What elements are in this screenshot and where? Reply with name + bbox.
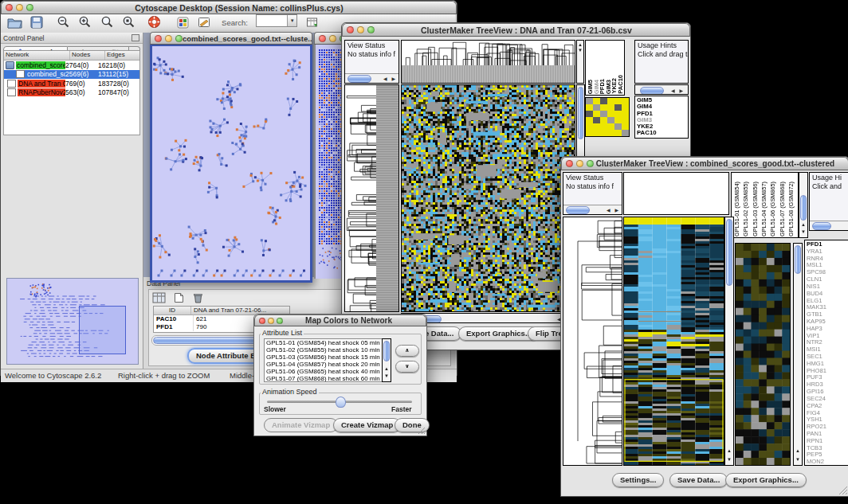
attribute-list-item[interactable]: GPL51-02 (GSM855) heat shock 10 min [265,346,383,354]
matrix-cell[interactable] [607,104,614,111]
window-controls[interactable] [347,26,375,33]
scroll-arrows[interactable]: ◀ ▶ [607,207,620,213]
attribute-list-item[interactable]: GPL51-01 (GSM854) heat shock 05 min [265,339,383,346]
annotation-icon[interactable] [198,17,210,32]
scroll-thumb[interactable] [578,87,583,139]
matrix-cell[interactable] [607,111,614,117]
float-panel-icon[interactable] [132,34,139,41]
matrix-cell[interactable] [593,130,600,136]
matrix-cell[interactable] [614,111,622,117]
zoom-fit-icon[interactable] [100,15,114,32]
save-session-icon[interactable] [30,16,43,32]
matrix-cell[interactable] [593,98,600,104]
matrix-cell[interactable] [622,98,629,104]
minimize-icon[interactable] [576,160,583,167]
delete-attribute-icon[interactable] [193,292,203,307]
attribute-list-scrollbar[interactable]: ▲ ▼ [382,338,391,382]
network-table-row[interactable]: RNAPuberNov2+!563(0)107847(0) [4,88,139,98]
tv2-button-settings-[interactable]: Settings... [612,473,664,487]
scroll-thumb[interactable] [800,195,807,221]
window-controls[interactable] [155,35,183,42]
scroll-up-arrow[interactable]: ▲ [799,222,807,228]
zoom-window-icon[interactable] [26,4,33,11]
minimize-icon[interactable] [357,26,364,33]
attribute-list-item[interactable]: GPL51-06 (GSM865) heat shock 40 min [265,368,383,375]
new-attribute-icon[interactable] [174,292,184,307]
attribute-list-item[interactable]: GPL51-04 (GSM857) heat shock 20 min [265,361,383,368]
matrix-cell[interactable] [607,98,614,104]
zoom-in-icon[interactable] [78,15,92,32]
tv1-column-dendrogram[interactable] [401,40,575,84]
treeview1-titlebar[interactable]: ClusterMaker TreeView : DNA and Tran 07-… [342,23,690,37]
tv2-zoom-scrollbar[interactable]: ▲ ▼ [793,243,803,466]
matrix-cell[interactable] [614,104,622,111]
window-controls[interactable] [6,4,33,11]
scroll-thumb[interactable] [795,245,801,274]
move-up-button[interactable]: ∧ [395,345,419,357]
scroll-down-arrow[interactable]: ▼ [577,48,583,53]
attribute-list-item[interactable]: GPL51-03 (GSM856) heat shock 15 min [265,354,383,361]
zoom-selected-icon[interactable] [122,15,135,32]
close-icon[interactable] [6,4,13,11]
open-session-icon[interactable] [7,16,22,32]
matrix-cell[interactable] [622,130,629,136]
scroll-down-arrow[interactable]: ▼ [725,457,733,463]
tv2-zoom-heatmap[interactable] [735,243,791,466]
tv2-heatmap-vscrollbar[interactable]: ▲ ▼ [724,217,734,466]
animation-speed-slider[interactable] [267,400,412,403]
zoom-out-icon[interactable] [57,15,70,32]
matrix-cell[interactable] [622,104,629,111]
zoom-window-icon[interactable] [587,160,594,167]
dialog-button-animate-vizmap[interactable]: Animate Vizmap [264,418,338,432]
close-icon[interactable] [319,35,326,42]
minimize-icon[interactable] [268,318,274,324]
scroll-up-arrow[interactable]: ▲ [383,366,391,372]
tv2-column-label[interactable]: GPL51-03 (GSM856) [752,182,759,236]
matrix-cell[interactable] [622,123,629,130]
minimize-icon[interactable] [16,4,23,11]
minimize-icon[interactable] [165,35,172,42]
matrix-cell[interactable] [586,104,593,111]
main-title-bar[interactable]: Cytoscape Desktop (Session Name: collins… [1,1,457,14]
matrix-cell[interactable] [614,123,622,130]
tv2-column-label[interactable]: GPL51-04 (GSM857) [761,182,768,236]
network-canvas[interactable] [152,46,310,280]
window-controls[interactable] [259,318,283,324]
tv1-zoom-matrix[interactable] [585,97,630,137]
tv2-column-label[interactable]: GPL51-02 (GSM855) [743,182,749,236]
matrix-cell[interactable] [600,111,607,117]
scroll-down-arrow[interactable]: ▼ [799,229,807,235]
tv2-column-label[interactable]: GPL51-08 (GSM872) [788,182,795,236]
import-table-icon[interactable] [306,17,319,32]
scroll-thumb[interactable] [566,206,590,214]
tv1-label-scroll-strip[interactable]: ▲ ▼ [576,40,584,84]
matrix-cell[interactable] [600,117,607,123]
scroll-thumb[interactable] [726,219,732,286]
scroll-up-arrow[interactable]: ▲ [577,42,583,48]
zoom-window-icon[interactable] [175,35,183,42]
tv2-usage-scrollbar[interactable] [810,221,848,230]
dialog-button-create-vizmap[interactable]: Create Vizmap [333,418,401,432]
zoom-window-icon[interactable] [367,26,375,33]
dialog-titlebar[interactable]: Map Colors to Network [254,315,426,326]
scroll-down-arrow[interactable]: ▼ [794,457,802,463]
matrix-cell[interactable] [586,98,593,104]
matrix-cell[interactable] [600,104,607,111]
matrix-cell[interactable] [586,111,593,117]
vizmapper-icon[interactable] [177,17,189,32]
tv1-column-label[interactable]: PAC10 [618,75,624,94]
dp-header-id[interactable]: ID [154,307,191,315]
scroll-thumb[interactable] [383,341,390,361]
zoom-window-icon[interactable] [277,318,283,324]
tv2-row-dendrogram[interactable] [563,217,622,466]
attribute-list-item[interactable]: GPL51-07 (GSM868) heat shock 60 min [265,375,383,382]
close-icon[interactable] [347,26,354,33]
tv2-column-label[interactable]: GPL51-06 (GSM865) [770,182,776,236]
matrix-cell[interactable] [593,111,600,117]
minimize-icon[interactable] [329,35,336,42]
treeview2-titlebar[interactable]: ClusterMaker TreeView : combined_scores_… [561,157,848,170]
tv1-row-label[interactable]: PAC10 [635,130,688,136]
close-icon[interactable] [259,318,265,324]
network-view-titlebar[interactable]: combined_scores_good.txt--cluste... [150,32,312,45]
scroll-thumb[interactable] [347,75,371,83]
